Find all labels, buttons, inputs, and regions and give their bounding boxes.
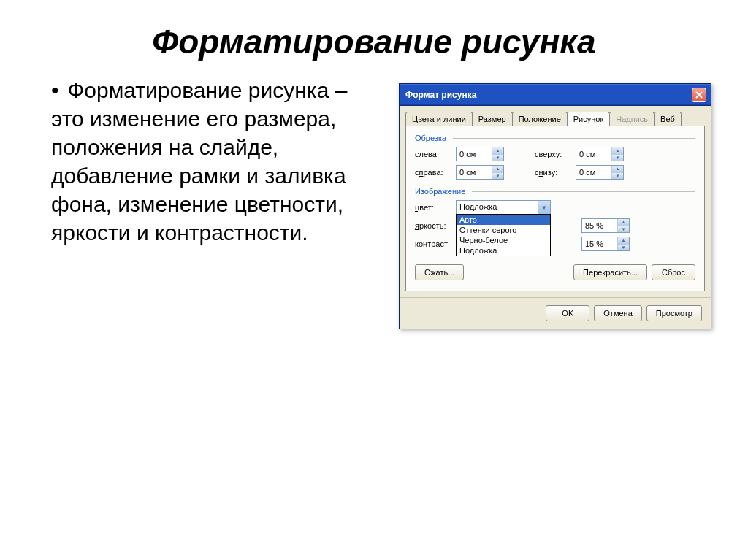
spin-down-icon[interactable]: ▼ bbox=[492, 155, 503, 161]
contrast-input[interactable] bbox=[582, 237, 617, 250]
color-value: Подложка bbox=[457, 201, 538, 214]
crop-left-input[interactable] bbox=[457, 147, 492, 161]
color-option-washout[interactable]: Подложка bbox=[457, 245, 550, 256]
brightness-spinner[interactable]: ▲▼ bbox=[581, 218, 630, 233]
ok-button[interactable]: OK bbox=[546, 305, 589, 321]
color-label: цвет: bbox=[415, 203, 451, 212]
color-dropdown: Авто Оттенки серого Черно-белое Подложка bbox=[456, 214, 551, 256]
crop-group-title: Обрезка bbox=[415, 134, 695, 142]
crop-bottom-spinner[interactable]: ▲▼ bbox=[576, 165, 624, 180]
dialog-titlebar[interactable]: Формат рисунка bbox=[400, 84, 711, 106]
cancel-button[interactable]: Отмена bbox=[594, 305, 641, 321]
color-option-bw[interactable]: Черно-белое bbox=[457, 235, 550, 245]
crop-left-spinner[interactable]: ▲▼ bbox=[456, 147, 504, 161]
crop-left-label: слева: bbox=[415, 150, 451, 158]
spin-down-icon[interactable]: ▼ bbox=[618, 226, 629, 233]
spin-up-icon[interactable]: ▲ bbox=[612, 147, 623, 155]
close-button[interactable] bbox=[692, 88, 706, 102]
spin-down-icon[interactable]: ▼ bbox=[618, 245, 629, 251]
spin-up-icon[interactable]: ▲ bbox=[492, 147, 503, 155]
tab-textbox: Надпись bbox=[609, 112, 654, 126]
spin-down-icon[interactable]: ▼ bbox=[612, 155, 623, 161]
tab-web[interactable]: Веб bbox=[654, 112, 682, 126]
compress-button[interactable]: Сжать... bbox=[415, 264, 464, 280]
spin-up-icon[interactable]: ▲ bbox=[618, 219, 629, 226]
crop-top-input[interactable] bbox=[576, 147, 611, 161]
tab-size[interactable]: Размер bbox=[472, 112, 513, 126]
reset-button[interactable]: Сброс bbox=[652, 264, 695, 280]
color-combo[interactable]: Подложка ▼ Авто Оттенки серого Черно-бел… bbox=[456, 200, 551, 215]
crop-bottom-label: снизу: bbox=[535, 168, 571, 177]
color-option-gray[interactable]: Оттенки серого bbox=[457, 225, 550, 235]
recolor-button[interactable]: Перекрасить... bbox=[573, 264, 647, 280]
crop-bottom-input[interactable] bbox=[576, 166, 611, 179]
tab-row: Цвета и линии Размер Положение Рисунок Н… bbox=[400, 106, 711, 126]
slide-title: Форматирование рисунка bbox=[0, 0, 748, 76]
brightness-label: яркость: bbox=[415, 221, 451, 230]
chevron-down-icon[interactable]: ▼ bbox=[538, 201, 550, 214]
crop-top-label: сверху: bbox=[535, 150, 571, 158]
dialog-title: Формат рисунка bbox=[405, 90, 476, 100]
color-option-auto[interactable]: Авто bbox=[457, 215, 550, 225]
spin-up-icon[interactable]: ▲ bbox=[612, 166, 623, 173]
contrast-spinner[interactable]: ▲▼ bbox=[581, 237, 630, 251]
slide-bullet-text: Форматирование рисунка – это изменение е… bbox=[37, 76, 377, 329]
spin-up-icon[interactable]: ▲ bbox=[618, 237, 629, 245]
dialog-footer: OK Отмена Просмотр bbox=[400, 297, 711, 329]
contrast-label: контраст: bbox=[415, 239, 451, 248]
crop-right-input[interactable] bbox=[457, 166, 492, 179]
close-icon bbox=[695, 91, 703, 99]
crop-top-spinner[interactable]: ▲▼ bbox=[576, 147, 624, 161]
crop-right-spinner[interactable]: ▲▼ bbox=[456, 165, 504, 180]
tab-picture[interactable]: Рисунок bbox=[567, 112, 611, 126]
spin-down-icon[interactable]: ▼ bbox=[612, 173, 623, 180]
spin-down-icon[interactable]: ▼ bbox=[492, 173, 503, 180]
tab-position[interactable]: Положение bbox=[512, 112, 568, 126]
tab-colors-lines[interactable]: Цвета и линии bbox=[405, 112, 473, 126]
format-picture-dialog: Формат рисунка Цвета и линии Размер Поло… bbox=[399, 83, 711, 329]
preview-button[interactable]: Просмотр bbox=[646, 305, 702, 321]
brightness-input[interactable] bbox=[582, 219, 617, 232]
crop-right-label: справа: bbox=[415, 168, 451, 177]
tab-content: Обрезка слева: ▲▼ сверху: ▲▼ bbox=[405, 126, 705, 291]
crop-group: Обрезка слева: ▲▼ сверху: ▲▼ bbox=[415, 134, 695, 180]
image-group-title: Изображение bbox=[415, 187, 695, 196]
image-group: Изображение цвет: Подложка ▼ Авто Оттенк… bbox=[415, 187, 695, 251]
spin-up-icon[interactable]: ▲ bbox=[492, 166, 503, 173]
